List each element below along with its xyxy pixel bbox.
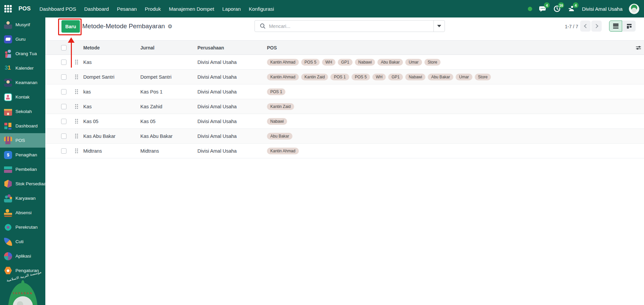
activities-clock-icon[interactable]: 16 bbox=[553, 5, 561, 13]
row-checkbox[interactable] bbox=[61, 89, 66, 94]
drag-handle-icon[interactable] bbox=[75, 74, 79, 80]
messages-icon[interactable]: 4 bbox=[539, 5, 547, 13]
stok-icon bbox=[4, 180, 12, 188]
cell-perusahaan: Divisi Amal Usaha bbox=[197, 104, 267, 109]
cell-pos-tags: Kantin Zaid bbox=[267, 103, 644, 110]
pos-tag: Nabawi bbox=[267, 118, 287, 125]
drag-handle-icon[interactable] bbox=[75, 134, 79, 139]
sidebar-item-label: Orang Tua bbox=[15, 51, 37, 56]
company-menu[interactable]: Divisi Amal Usaha bbox=[582, 6, 623, 12]
pos-tag: Kantin Zaid bbox=[301, 74, 328, 80]
cell-metode: Dompet Santri bbox=[83, 74, 140, 80]
optional-columns-icon[interactable] bbox=[636, 45, 641, 52]
nav-item-dashboard-pos[interactable]: Dashboard POS bbox=[40, 6, 76, 12]
nav-item-manajemen-dompet[interactable]: Manajemen Dompet bbox=[169, 6, 214, 12]
sidebar-item-label: Penagihan bbox=[15, 152, 37, 157]
row-checkbox[interactable] bbox=[61, 60, 66, 65]
row-checkbox[interactable] bbox=[61, 74, 66, 80]
app-name[interactable]: POS bbox=[18, 5, 31, 12]
table-row[interactable]: Kas 05Kas 05Divisi Amal UsahaNabawi bbox=[45, 114, 644, 129]
view-switcher bbox=[609, 21, 636, 32]
foundation-logo: مؤسسة التربية الاسلامية YAYASAN bbox=[0, 274, 45, 305]
sidebar-item-guru[interactable]: Guru bbox=[0, 32, 45, 46]
drag-handle-icon[interactable] bbox=[75, 119, 79, 124]
sidebar-item-label: Dashboard bbox=[15, 123, 38, 128]
sidebar-item-aplikasi[interactable]: Aplikasi bbox=[0, 249, 45, 263]
pos-tag: Nabawi bbox=[405, 74, 425, 80]
column-header-perusahaan[interactable]: Perusahaan bbox=[197, 45, 267, 50]
cell-pos-tags: POS 1 bbox=[267, 88, 644, 95]
column-header-pos[interactable]: POS bbox=[267, 45, 644, 50]
kanban-view-button[interactable] bbox=[623, 21, 636, 32]
activities-user-icon[interactable]: 4 bbox=[567, 5, 576, 13]
row-checkbox[interactable] bbox=[61, 104, 66, 109]
table-row[interactable]: Dompet SantriDompet SantriDivisi Amal Us… bbox=[45, 70, 644, 84]
pos-tag: POS 1 bbox=[330, 74, 349, 80]
column-header-jurnal[interactable]: Jurnal bbox=[140, 45, 197, 50]
kanban-view-icon bbox=[627, 24, 632, 29]
sidebar-item-pembelian[interactable]: Pembelian bbox=[0, 162, 45, 177]
nav-item-dashboard[interactable]: Dashboard bbox=[84, 6, 109, 12]
sidebar-item-cuti[interactable]: Cuti bbox=[0, 234, 45, 249]
cell-pos-tags: Kantin AhmadKantin ZaidPOS 1POS 5WHGP1Na… bbox=[267, 74, 644, 80]
user-avatar[interactable] bbox=[629, 4, 639, 14]
navbar-left: POS Dashboard POSDashboardPesananProdukM… bbox=[0, 5, 274, 12]
guru-icon bbox=[4, 35, 12, 43]
drag-handle-icon[interactable] bbox=[75, 89, 79, 94]
select-all-checkbox[interactable] bbox=[61, 45, 66, 50]
sidebar-item-perekrutan[interactable]: Perekrutan bbox=[0, 220, 45, 234]
sidebar-item-orang-tua[interactable]: Orang Tua bbox=[0, 46, 45, 61]
sidebar-item-stok-persediaan[interactable]: Stok Persediaan bbox=[0, 177, 45, 191]
sidebar-item-pos[interactable]: POS bbox=[0, 133, 45, 148]
sidebar-item-kalender[interactable]: Kalender bbox=[0, 61, 45, 75]
table-body: KasDivisi Amal UsahaKantin AhmadPOS 5WHG… bbox=[45, 55, 644, 158]
sidebar-item-musyrif[interactable]: Musyrif bbox=[0, 17, 45, 32]
table-row[interactable]: KasDivisi Amal UsahaKantin AhmadPOS 5WHG… bbox=[45, 55, 644, 70]
pager-next-button[interactable] bbox=[591, 21, 602, 32]
pager-previous-button[interactable] bbox=[580, 21, 591, 32]
drag-handle-icon[interactable] bbox=[75, 104, 79, 109]
pos-tag: Kantin Ahmad bbox=[267, 74, 299, 80]
pos-tag: GP1 bbox=[388, 74, 403, 80]
nav-item-laporan[interactable]: Laporan bbox=[222, 6, 241, 12]
table-row[interactable]: Kas Abu BakarKas Abu BakarDivisi Amal Us… bbox=[45, 129, 644, 144]
sidebar-item-sekolah[interactable]: Sekolah bbox=[0, 104, 45, 119]
logo-dome: YAYASAN bbox=[8, 283, 38, 305]
sidebar-item-dashboard[interactable]: Dashboard bbox=[0, 119, 45, 133]
sidebar-item-label: Perekrutan bbox=[15, 225, 38, 230]
sidebar-item-penagihan[interactable]: Penagihan bbox=[0, 148, 45, 162]
drag-handle-icon[interactable] bbox=[75, 148, 79, 154]
row-checkbox[interactable] bbox=[61, 134, 66, 139]
cell-perusahaan: Divisi Amal Usaha bbox=[197, 134, 267, 139]
cell-pos-tags: Kantin AhmadPOS 5WHGP1NabawiAbu BakarUma… bbox=[267, 59, 644, 66]
table-row[interactable]: MidtransMidtransDivisi Amal UsahaKantin … bbox=[45, 144, 644, 158]
apps-grid-icon[interactable] bbox=[4, 5, 12, 12]
table-row[interactable]: kasKas Pos 1Divisi Amal UsahaPOS 1 bbox=[45, 84, 644, 99]
nav-item-produk[interactable]: Produk bbox=[145, 6, 161, 12]
row-checkbox[interactable] bbox=[61, 119, 66, 124]
sidebar-item-karyawan[interactable]: Karyawan bbox=[0, 191, 45, 205]
sidebar-item-absensi[interactable]: Absensi bbox=[0, 205, 45, 220]
list-view-button[interactable] bbox=[609, 21, 622, 32]
pos-tag: GP1 bbox=[338, 59, 353, 66]
list-view-icon bbox=[613, 24, 618, 29]
sidebar-item-kontak[interactable]: Kontak bbox=[0, 90, 45, 104]
sidebar-item-label: Karyawan bbox=[15, 196, 36, 201]
cell-pos-tags: Kantin Ahmad bbox=[267, 148, 644, 154]
pos-tag: POS 5 bbox=[301, 59, 320, 66]
gear-icon[interactable]: ⚙ bbox=[168, 23, 172, 30]
cell-perusahaan: Divisi Amal Usaha bbox=[197, 148, 267, 154]
sidebar-item-label: Guru bbox=[15, 37, 26, 42]
perekrutan-icon bbox=[4, 223, 12, 231]
sidebar-item-label: Pembelian bbox=[15, 167, 37, 172]
sidebar-item-keamanan[interactable]: Keamanan bbox=[0, 75, 45, 90]
nav-item-konfigurasi[interactable]: Konfigurasi bbox=[249, 6, 274, 12]
search-input[interactable] bbox=[269, 21, 433, 32]
column-header-metode[interactable]: Metode bbox=[83, 45, 140, 50]
drag-handle-icon[interactable] bbox=[75, 60, 79, 65]
new-record-button[interactable]: Baru bbox=[61, 20, 80, 33]
nav-item-pesanan[interactable]: Pesanan bbox=[117, 6, 137, 12]
table-row[interactable]: KasKas ZahidDivisi Amal UsahaKantin Zaid bbox=[45, 99, 644, 114]
row-checkbox[interactable] bbox=[61, 148, 66, 154]
search-options-toggle[interactable] bbox=[433, 21, 445, 32]
